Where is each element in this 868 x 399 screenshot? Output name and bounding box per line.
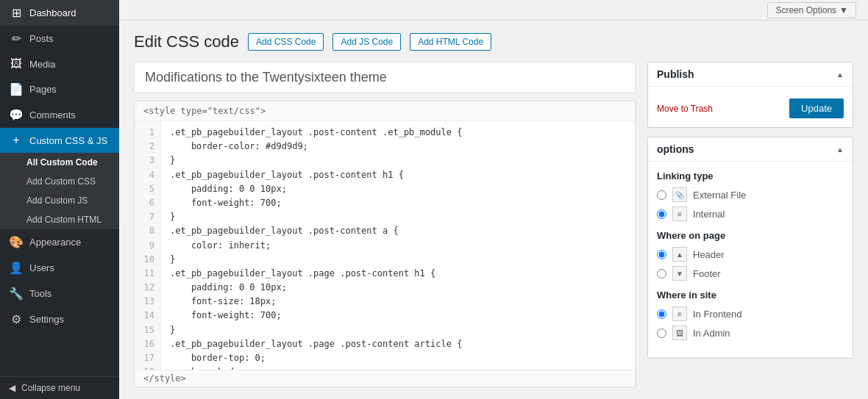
sidebar-submenu-item-add-css[interactable]: Add Custom CSS: [0, 172, 119, 191]
sidebar-item-comments[interactable]: 💬 Comments: [0, 102, 119, 128]
frontend-icon: ≡: [672, 306, 687, 321]
pages-icon: 📄: [9, 82, 24, 96]
style-tag-close: </style>: [135, 370, 635, 387]
frontend-row: ≡ In Frontend: [657, 306, 844, 321]
sidebar-submenu-item-add-js[interactable]: Add Custom JS: [0, 191, 119, 210]
sidebar-item-tools[interactable]: 🔧 Tools: [0, 281, 119, 306]
admin-icon: 🖼: [672, 326, 687, 340]
linking-type-internal-row: ≡ Internal: [657, 206, 844, 221]
dashboard-icon: ⊞: [9, 6, 24, 20]
admin-radio[interactable]: [657, 328, 666, 338]
add-css-code-button[interactable]: Add CSS Code: [248, 33, 324, 51]
publish-title: Publish: [657, 68, 694, 80]
sidebar-item-media[interactable]: 🖼 Media: [0, 51, 119, 76]
sidebar-item-posts[interactable]: ✏ Posts: [0, 26, 119, 51]
sidebar-item-label: Pages: [29, 84, 57, 95]
publish-metabox: Publish ▲ Move to Trash Update: [647, 62, 853, 128]
sidebar-item-label: Comments: [29, 109, 76, 121]
sidebar-submenu: All Custom Code Add Custom CSS Add Custo…: [0, 153, 119, 229]
sidebar-item-pages[interactable]: 📄 Pages: [0, 76, 119, 102]
external-file-icon: 📎: [672, 187, 687, 202]
options-metabox-header[interactable]: options ▲: [648, 137, 853, 162]
where-on-page-section: Where on page ▲ Header ▼ Footer: [657, 230, 844, 281]
move-to-trash-link[interactable]: Move to Trash: [657, 104, 713, 114]
sidebar-item-label: Settings: [29, 314, 64, 325]
page-header: Edit CSS code Add CSS Code Add JS Code A…: [134, 32, 853, 51]
header-label: Header: [693, 249, 725, 260]
header-icon: ▲: [672, 247, 687, 262]
footer-label: Footer: [693, 268, 721, 279]
sidebar-submenu-item-all[interactable]: All Custom Code: [0, 153, 119, 172]
columns: Modifications to the Twentysixteen theme…: [134, 62, 853, 387]
footer-radio[interactable]: [657, 269, 666, 278]
chevron-down-icon: ▼: [839, 5, 848, 15]
code-title-value: Modifications to the Twentysixteen theme: [145, 70, 387, 85]
sidebar-item-label: Media: [29, 59, 55, 70]
external-file-label: External File: [693, 190, 746, 201]
add-html-code-button[interactable]: Add HTML Code: [410, 33, 491, 51]
chevron-up-icon-options: ▲: [836, 145, 844, 154]
collapse-label: Collapse menu: [21, 383, 80, 393]
sidebar-item-custom-css-js[interactable]: + Custom CSS & JS: [0, 128, 119, 153]
add-js-code-button[interactable]: Add JS Code: [332, 33, 401, 51]
sidebar-submenu-item-add-html[interactable]: Add Custom HTML: [0, 210, 119, 229]
media-icon: 🖼: [9, 57, 24, 71]
linking-type-external-row: 📎 External File: [657, 187, 844, 202]
sidebar-item-settings[interactable]: ⚙ Settings: [0, 306, 119, 332]
code-content[interactable]: .et_pb_pagebuilder_layout .post-content …: [161, 121, 635, 370]
publish-metabox-header[interactable]: Publish ▲: [648, 62, 853, 87]
sidebar-item-label: Posts: [29, 33, 54, 44]
sidebar-item-label: Users: [29, 262, 54, 273]
comments-icon: 💬: [9, 108, 24, 122]
code-editor: <style type="text/css"> 1234567891011121…: [134, 101, 636, 387]
screen-options-button[interactable]: Screen Options ▼: [767, 2, 856, 18]
sidebar-item-users[interactable]: 👤 Users: [0, 255, 119, 281]
users-icon: 👤: [9, 261, 24, 275]
internal-label: Internal: [693, 209, 725, 220]
external-file-radio[interactable]: [657, 190, 666, 200]
linking-type-section: Linking type 📎 External File ≡ Internal: [657, 170, 844, 221]
header-row: ▲ Header: [657, 247, 844, 262]
header-radio[interactable]: [657, 250, 666, 259]
sidebar-item-label: Dashboard: [29, 7, 77, 18]
line-numbers: 123456789101112131415161718192021: [135, 121, 161, 370]
chevron-up-icon: ▲: [836, 71, 844, 79]
footer-icon: ▼: [672, 266, 687, 281]
sidebar-item-appearance[interactable]: 🎨 Appearance: [0, 229, 119, 255]
page-title: Edit CSS code: [134, 32, 239, 51]
publish-metabox-body: Move to Trash Update: [648, 87, 853, 127]
options-metabox: options ▲ Linking type 📎 External File: [647, 137, 853, 359]
topbar: Screen Options ▼: [119, 0, 868, 21]
collapse-icon: ◀: [9, 383, 15, 393]
posts-icon: ✏: [9, 32, 24, 46]
frontend-label: In Frontend: [693, 309, 742, 320]
internal-radio[interactable]: [657, 209, 666, 219]
sidebar-item-dashboard[interactable]: ⊞ Dashboard: [0, 0, 119, 26]
sidebar-item-label: Custom CSS & JS: [29, 135, 107, 146]
sidebar-item-label: Tools: [29, 288, 51, 299]
code-title-field[interactable]: Modifications to the Twentysixteen theme: [134, 62, 636, 93]
main-content: Screen Options ▼ Edit CSS code Add CSS C…: [119, 0, 868, 399]
content-area: Edit CSS code Add CSS Code Add JS Code A…: [119, 21, 868, 399]
where-in-site-label: Where in site: [657, 290, 844, 301]
where-on-page-label: Where on page: [657, 230, 844, 241]
editor-column: Modifications to the Twentysixteen theme…: [134, 62, 636, 387]
options-title: options: [657, 143, 694, 155]
sidebar-item-label: Appearance: [29, 237, 81, 248]
footer-row: ▼ Footer: [657, 266, 844, 281]
options-metabox-body: Linking type 📎 External File ≡ Internal: [648, 162, 853, 358]
code-area[interactable]: 123456789101112131415161718192021 .et_pb…: [135, 121, 635, 370]
publish-actions: Move to Trash Update: [657, 98, 844, 118]
settings-icon: ⚙: [9, 312, 24, 326]
right-column: Publish ▲ Move to Trash Update options: [647, 62, 853, 387]
admin-row: 🖼 In Admin: [657, 326, 844, 340]
collapse-menu-button[interactable]: ◀ Collapse menu: [0, 376, 119, 399]
frontend-radio[interactable]: [657, 309, 666, 319]
admin-label: In Admin: [693, 328, 730, 339]
screen-options-label: Screen Options: [775, 5, 836, 15]
linking-type-label: Linking type: [657, 170, 844, 181]
update-button[interactable]: Update: [789, 98, 844, 118]
appearance-icon: 🎨: [9, 235, 24, 249]
style-tag-open: <style type="text/css">: [135, 101, 635, 121]
tools-icon: 🔧: [9, 287, 24, 301]
